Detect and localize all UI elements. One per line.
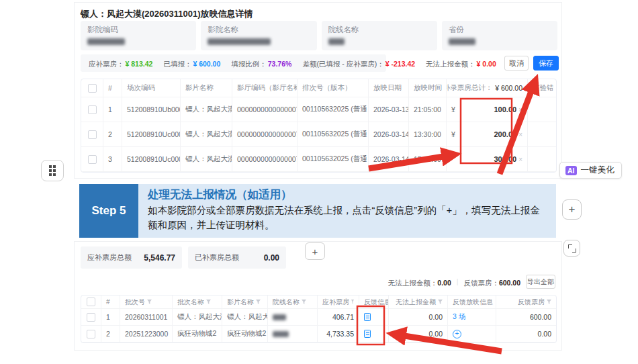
box-office-stats-bar: 应补票房：¥ 813.42 已填报：¥ 600.00 填报比例：73.76% 差… [81, 54, 386, 72]
seq-no: 001105632025 (普通 2D) [298, 147, 369, 172]
summary-value: 5,546.77 [144, 253, 175, 263]
session-table-body: 1 512008910Ub00040 镖人：风起大漠 0000000000000… [81, 97, 556, 172]
field-label: 影院名称 [208, 25, 310, 35]
table-row: 1 20260311001 镖人：风起大漠 镖人：风起大漠 406.71 0.0… [81, 309, 556, 326]
batch-no: 20260311001 [120, 309, 173, 326]
row-checkbox[interactable] [88, 155, 97, 164]
session-table: # 场次编码 影片名称 影厅编码（影厅名称） 排次号（版本） 放映日期 放映时间… [81, 79, 557, 173]
insert-block-button[interactable]: + [562, 199, 582, 220]
filter-icon[interactable] [302, 300, 306, 304]
stat-filled: 已填报：¥ 600.00 [163, 57, 220, 69]
row-seq: 2 [103, 122, 122, 147]
grid-dots-icon [49, 165, 56, 176]
unable-amount: 0.00 [389, 309, 448, 326]
ai-badge: AI [565, 166, 577, 175]
feedback-table-header: # 批次号 批次名称 影片名称 院线名称 应补票房 反馈信息 无法上报金额 反馈… [81, 295, 556, 309]
stat-unable: 无法上报金额：¥ 0.00 [426, 57, 496, 69]
ai-beautify-label: 一键美化 [581, 165, 614, 176]
col-hall-code: 影厅编码（影厅名称） [232, 79, 298, 97]
add-show-icon[interactable]: + [453, 330, 461, 338]
redacted-value [273, 314, 286, 320]
film-name: 疯狂动物城2 [222, 326, 268, 343]
col-show-date: 放映日期 [369, 79, 409, 97]
show-time: 13:30:00 [409, 122, 447, 147]
summary-label: 已补票房总额 [195, 253, 239, 263]
session-detail-panel: 镖人：风起大漠(20260311001)放映信息详情 影院编码 影院名称 院线名… [74, 2, 562, 179]
col-batch-no: 批次号 [120, 295, 173, 309]
seq-no: 001105632025 (普通 2D) [298, 97, 369, 122]
show-time: 15:45:00 [409, 147, 447, 172]
feedback-table: # 批次号 批次名称 影片名称 院线名称 应补票房 反馈信息 无法上报金额 反馈… [81, 295, 557, 343]
col-should-fill: 应补票房 [318, 295, 359, 309]
divider: | [457, 278, 459, 285]
stat-ratio: 填报比例：73.76% [231, 57, 291, 69]
add-button[interactable]: + [305, 242, 325, 260]
export-all-button[interactable]: 导出全部 [526, 275, 555, 289]
col-show-time: 放映时间 [409, 79, 447, 97]
filter-icon[interactable] [351, 300, 354, 304]
redacted-value [273, 331, 289, 337]
feedback-amount: 600.00 [496, 309, 556, 326]
field-chain-name: 院线名称 [322, 21, 437, 50]
shows-link[interactable]: 3 场 [453, 312, 465, 322]
page: 镖人：风起大漠(20260311001)放映信息详情 影院编码 影院名称 院线名… [0, 0, 638, 364]
session-code: 512008910Uc00046 [122, 122, 181, 147]
select-all-checkbox[interactable] [87, 298, 95, 306]
select-all-checkbox[interactable] [88, 84, 97, 93]
table-row: 3 512008910Uc00050 镖人：风起大漠 0000000000000… [81, 147, 556, 172]
feedback-table-body: 1 20260311001 镖人：风起大漠 镖人：风起大漠 406.71 0.0… [81, 309, 556, 343]
filter-icon[interactable] [256, 300, 261, 304]
col-film-name: 影片名称 [222, 295, 268, 309]
row-checkbox[interactable] [88, 105, 97, 114]
row-seq: 1 [101, 309, 120, 326]
ai-beautify-button[interactable]: AI 一键美化 [559, 162, 622, 179]
filter-icon[interactable] [547, 300, 551, 304]
total-should-fill-card: 应补票房总额 5,546.77 [81, 246, 182, 269]
summary-label: 应补票房总额 [87, 253, 132, 263]
field-label: 影院编码 [87, 25, 189, 35]
currency-symbol: ¥ [451, 105, 455, 113]
filter-icon[interactable] [206, 300, 211, 304]
clear-icon[interactable]: × [518, 156, 522, 163]
expand-icon [568, 244, 576, 253]
amount-input[interactable]: 100.00 [494, 105, 517, 113]
col-film-name: 影片名称 [181, 79, 232, 97]
cancel-button[interactable]: 取消 [504, 56, 529, 71]
show-date: 2026-03-14 [369, 122, 409, 147]
stat-difference: 差额(已填报 - 应补票房)：¥ -213.42 [302, 57, 415, 69]
clear-icon[interactable]: × [518, 106, 522, 113]
col-feedback-boxoffice: 反馈票房 [496, 295, 556, 309]
expand-button[interactable] [563, 240, 580, 257]
clear-icon[interactable]: × [518, 131, 522, 138]
feedback-stats-row: 无法上报金额：0.00 | 反馈票房：600.00 导出全部 [388, 275, 555, 289]
filter-icon[interactable] [438, 300, 443, 304]
redacted-value [449, 38, 475, 45]
save-button[interactable]: 保存 [533, 56, 559, 71]
batch-name: 疯狂动物城2 [173, 326, 222, 343]
col-unable-amount: 无法上报金额 [389, 295, 448, 309]
drag-handle-button[interactable] [41, 160, 64, 181]
session-table-header: # 场次编码 影片名称 影厅编码（影厅名称） 排次号（版本） 放映日期 放映时间… [81, 79, 556, 97]
redacted-value [208, 38, 271, 45]
col-session-code: 场次编码 [122, 79, 181, 97]
col-feedback-info: 反馈信息 [359, 295, 389, 309]
amount-input[interactable]: 200.00 [494, 130, 517, 138]
hall-code: 0000000000000007 (7) [232, 97, 298, 122]
col-total-amount: 补录票房总计：¥ 600.00 [447, 79, 528, 97]
row-checkbox[interactable] [87, 330, 95, 338]
step-title: 处理无法上报情况（如适用） [148, 187, 547, 202]
row-seq: 2 [101, 326, 120, 343]
feedback-amount: 0.00 [496, 326, 556, 343]
table-row: 2 512008910Uc00046 镖人：风起大漠 0000000000000… [81, 122, 556, 147]
feedback-doc-icon[interactable] [364, 313, 371, 321]
film-name: 镖人：风起大漠 [181, 147, 232, 172]
col-batch-name: 批次名称 [173, 295, 222, 309]
row-checkbox[interactable] [88, 130, 97, 139]
row-checkbox[interactable] [87, 313, 95, 322]
field-cinema-code: 影院编码 [81, 21, 196, 50]
feedback-doc-icon[interactable] [364, 330, 371, 338]
session-code: 512008910Uc00050 [122, 147, 181, 172]
amount-input[interactable]: 300.00 [494, 155, 517, 163]
col-chain-name: 院线名称 [268, 295, 318, 309]
filter-icon[interactable] [147, 300, 152, 304]
